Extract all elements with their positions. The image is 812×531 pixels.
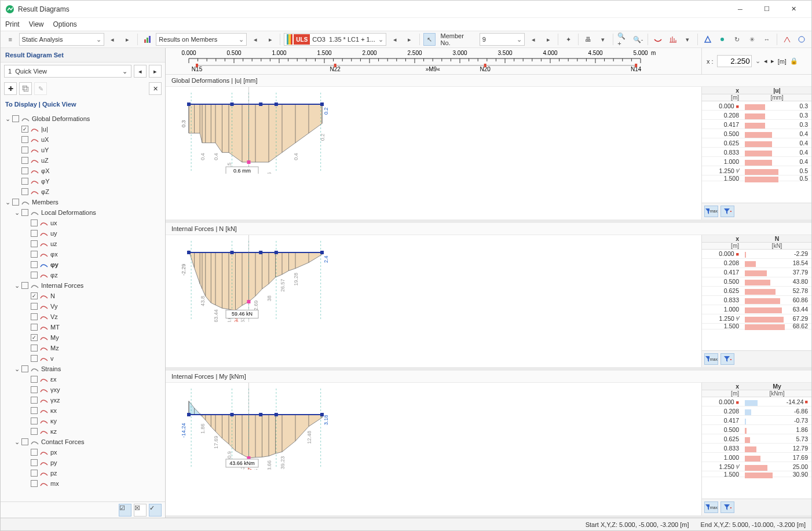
table-row[interactable]: 0.83312.79 — [702, 444, 811, 453]
table-row[interactable]: 0.8330.4 — [702, 148, 811, 157]
menu-print[interactable]: Print — [5, 20, 20, 28]
tree-item-lux[interactable]: ux — [5, 218, 160, 228]
table-row[interactable]: 0.5001.86 — [702, 425, 811, 434]
node-icon[interactable] — [716, 33, 729, 46]
diagram-set-select[interactable]: 1 Quick View ⌄ — [4, 65, 131, 78]
prev-target-button[interactable]: ◂ — [249, 33, 262, 46]
next-analysis-button[interactable]: ▸ — [121, 33, 134, 46]
tool-b-icon[interactable] — [795, 33, 808, 46]
dimension-icon[interactable]: ↔ — [760, 33, 773, 46]
expand-arrow-icon[interactable]: ⌄ — [14, 365, 21, 373]
tree-item-gxz[interactable]: γxz — [5, 395, 160, 405]
tree-item-py[interactable]: py — [5, 457, 160, 468]
tree-item-internal-forces[interactable]: ⌄Internal Forces — [5, 280, 160, 291]
results-target-select[interactable]: Results on Members⌄ — [156, 33, 247, 46]
hatch-drop-icon[interactable]: ▾ — [681, 33, 694, 46]
tree-item-lphix[interactable]: φx — [5, 249, 160, 259]
checkbox[interactable] — [21, 365, 28, 372]
moment-icon[interactable] — [652, 33, 664, 46]
edit-set-button[interactable]: ✎ — [34, 82, 47, 95]
checkbox[interactable] — [31, 251, 38, 258]
table-row[interactable]: 0.5000.4 — [702, 129, 811, 138]
table-row[interactable]: 1.0000.4 — [702, 157, 811, 166]
next-combo-button[interactable]: ▸ — [403, 33, 416, 46]
table-row[interactable]: 0.83360.86 — [702, 296, 811, 305]
checkbox[interactable] — [31, 313, 38, 320]
tree-item-kz[interactable]: κz — [5, 426, 160, 437]
checkbox[interactable] — [31, 272, 38, 279]
checkbox[interactable] — [21, 188, 28, 195]
checkbox[interactable] — [21, 126, 28, 133]
tree-item-phiy[interactable]: φY — [5, 176, 160, 186]
set-prev-button[interactable]: ◂ — [134, 65, 147, 78]
checkbox[interactable] — [31, 428, 38, 435]
expand-arrow-icon[interactable]: ⌄ — [14, 438, 21, 446]
expand-arrow-icon[interactable]: ⌄ — [14, 209, 21, 217]
checkbox[interactable] — [31, 230, 38, 237]
tree-item-luy[interactable]: uy — [5, 228, 160, 239]
tree-item-strains[interactable]: ⌄Strains — [5, 364, 160, 374]
tree-item-luz[interactable]: uz — [5, 239, 160, 249]
table-row[interactable]: 0.62552.78 — [702, 287, 811, 296]
table-row[interactable]: 0.000 ■0.3 — [702, 101, 811, 111]
table-row[interactable]: 1.00017.69 — [702, 453, 811, 462]
tree-item-my[interactable]: My — [5, 332, 160, 343]
checkbox[interactable] — [31, 355, 38, 362]
expand-arrow-icon[interactable]: ⌄ — [5, 199, 12, 206]
checkbox[interactable] — [31, 418, 38, 424]
check-all-button[interactable]: ☑ — [119, 504, 131, 517]
checkbox[interactable] — [31, 386, 38, 393]
prev-analysis-button[interactable]: ◂ — [107, 33, 119, 46]
checkbox[interactable] — [12, 115, 19, 122]
table-row[interactable]: 0.4170.3 — [702, 120, 811, 129]
tree-item-phix[interactable]: φX — [5, 166, 160, 176]
tree-item-mt[interactable]: MT — [5, 322, 160, 332]
checkbox[interactable] — [31, 303, 38, 310]
pick-icon[interactable]: ✦ — [562, 33, 575, 46]
tree-item-u[interactable]: |u| — [5, 124, 160, 134]
tree-item-gxy[interactable]: γxy — [5, 384, 160, 395]
checkbox[interactable] — [31, 470, 38, 477]
delete-set-button[interactable]: ✕ — [149, 82, 162, 95]
menu-view[interactable]: View — [29, 20, 44, 28]
table-row[interactable]: 0.20818.54 — [702, 259, 811, 268]
tree-item-n[interactable]: N — [5, 291, 160, 301]
table-row[interactable]: 0.41737.79 — [702, 268, 811, 277]
checkbox[interactable] — [31, 219, 38, 226]
set-next-button[interactable]: ▸ — [149, 65, 162, 78]
x-value-input[interactable] — [717, 55, 752, 67]
table-row[interactable]: 0.000 ■-14.24■ — [702, 397, 811, 407]
table-row[interactable]: 1.5000.5 — [702, 175, 811, 181]
filter-max-button[interactable]: max — [704, 501, 718, 513]
tree-item-vy[interactable]: Vy — [5, 301, 160, 312]
checkbox[interactable] — [31, 407, 38, 414]
refresh-icon[interactable]: ↻ — [731, 33, 744, 46]
chart-canvas[interactable]: -14.243.181.8617.6930.9424543.6639.2312.… — [166, 383, 339, 470]
checkbox[interactable] — [21, 147, 28, 153]
next-member-button[interactable]: ▸ — [542, 33, 555, 46]
table-row[interactable]: 0.50043.80 — [702, 277, 811, 287]
filter-point-button[interactable]: • — [720, 206, 734, 217]
tree-item-mz[interactable]: Mz — [5, 343, 160, 353]
checkbox[interactable] — [31, 397, 38, 404]
smart-select-button[interactable]: ✓ — [149, 504, 162, 517]
tree-item-ky[interactable]: κy — [5, 416, 160, 426]
zoom-out-icon[interactable]: 🔍- — [632, 33, 645, 46]
filter-max-button[interactable]: max — [704, 206, 718, 217]
print-icon[interactable]: 🖶 — [582, 33, 595, 46]
filter-point-button[interactable]: • — [720, 353, 734, 365]
checkbox[interactable] — [21, 178, 28, 185]
checkbox[interactable] — [31, 261, 38, 268]
x-spin-down[interactable]: ⌄ — [755, 57, 760, 65]
checkbox[interactable] — [31, 345, 38, 351]
uncheck-all-button[interactable]: ☒ — [134, 504, 147, 517]
tree-item-ex[interactable]: εx — [5, 374, 160, 384]
tree-item-lphiy[interactable]: φy — [5, 259, 160, 270]
table-row[interactable]: 1.50030.90 — [702, 471, 811, 477]
filter-point-button[interactable]: • — [720, 501, 734, 513]
next-target-button[interactable]: ▸ — [264, 33, 277, 46]
tree-item-global-def[interactable]: ⌄Global Deformations — [5, 113, 160, 124]
tree-item-uy[interactable]: uY — [5, 145, 160, 155]
zoom-in-icon[interactable]: 🔍+ — [617, 33, 630, 46]
print-dropdown-icon[interactable]: ▾ — [597, 33, 610, 46]
